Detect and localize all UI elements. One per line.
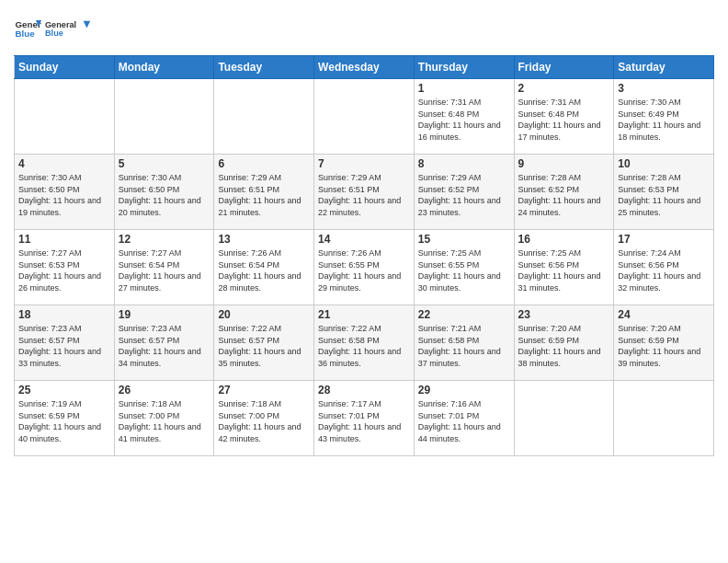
calendar-cell: 16Sunrise: 7:25 AMSunset: 6:56 PMDayligh…: [514, 230, 614, 305]
day-info-line: Daylight: 11 hours and 22 minutes.: [318, 195, 410, 218]
day-info-line: Sunrise: 7:23 AM: [18, 323, 110, 335]
day-info-line: Daylight: 11 hours and 24 minutes.: [518, 195, 610, 218]
day-info-line: Sunset: 6:50 PM: [119, 184, 210, 196]
calendar-cell: 8Sunrise: 7:29 AMSunset: 6:52 PMDaylight…: [414, 155, 514, 230]
day-info-line: Sunrise: 7:28 AM: [518, 172, 610, 184]
day-info-line: Daylight: 11 hours and 34 minutes.: [119, 346, 210, 369]
logo: General Blue General Blue: [14, 9, 91, 48]
day-number: 4: [18, 157, 110, 170]
week-row-4: 18Sunrise: 7:23 AMSunset: 6:57 PMDayligh…: [15, 305, 714, 381]
day-info-line: Sunset: 6:51 PM: [218, 184, 310, 196]
svg-marker-5: [84, 21, 91, 29]
weekday-header-friday: Friday: [514, 56, 614, 79]
day-info-line: Sunrise: 7:29 AM: [218, 172, 310, 184]
calendar-cell: 14Sunrise: 7:26 AMSunset: 6:55 PMDayligh…: [314, 230, 415, 305]
calendar-cell: 7Sunrise: 7:29 AMSunset: 6:51 PMDaylight…: [314, 155, 415, 230]
day-number: 2: [518, 82, 610, 95]
calendar-cell: 2Sunrise: 7:31 AMSunset: 6:48 PMDaylight…: [514, 79, 614, 155]
day-info-line: Sunrise: 7:25 AM: [518, 247, 610, 259]
day-info-line: Sunrise: 7:29 AM: [418, 172, 510, 184]
day-info-line: Sunset: 6:59 PM: [618, 335, 710, 347]
day-info-line: Sunset: 6:58 PM: [318, 335, 410, 347]
day-info-line: Sunrise: 7:23 AM: [119, 323, 210, 335]
day-number: 1: [418, 82, 510, 95]
day-info-line: Sunset: 6:50 PM: [18, 184, 110, 196]
day-info-line: Daylight: 11 hours and 37 minutes.: [418, 346, 510, 369]
day-number: 17: [618, 233, 710, 246]
day-info-line: Daylight: 11 hours and 19 minutes.: [18, 195, 110, 218]
calendar-cell: 17Sunrise: 7:24 AMSunset: 6:56 PMDayligh…: [614, 230, 714, 305]
day-number: 3: [618, 82, 710, 95]
day-info-line: Sunrise: 7:30 AM: [618, 97, 710, 109]
day-info-line: Sunset: 6:53 PM: [618, 184, 710, 196]
calendar-cell: 9Sunrise: 7:28 AMSunset: 6:52 PMDaylight…: [514, 155, 614, 230]
day-info-line: Sunrise: 7:26 AM: [218, 247, 310, 259]
day-info-line: Sunrise: 7:29 AM: [318, 172, 410, 184]
calendar-cell: 5Sunrise: 7:30 AMSunset: 6:50 PMDaylight…: [114, 155, 214, 230]
day-number: 24: [618, 308, 710, 321]
calendar-cell: [214, 79, 314, 155]
svg-text:Blue: Blue: [45, 29, 63, 38]
day-info-line: Daylight: 11 hours and 38 minutes.: [518, 346, 610, 369]
day-info-line: Daylight: 11 hours and 30 minutes.: [418, 270, 510, 293]
day-info-line: Sunset: 6:55 PM: [318, 259, 410, 271]
calendar-cell: 1Sunrise: 7:31 AMSunset: 6:48 PMDaylight…: [414, 79, 514, 155]
calendar-table: SundayMondayTuesdayWednesdayThursdayFrid…: [14, 55, 714, 456]
day-info-line: Daylight: 11 hours and 26 minutes.: [18, 270, 110, 293]
day-number: 28: [318, 384, 410, 396]
day-info-line: Daylight: 11 hours and 20 minutes.: [119, 195, 210, 218]
day-number: 29: [418, 384, 510, 396]
day-info-line: Sunset: 6:53 PM: [18, 259, 110, 271]
day-number: 23: [518, 308, 610, 321]
day-info-line: Sunrise: 7:30 AM: [18, 172, 110, 184]
calendar-cell: 12Sunrise: 7:27 AMSunset: 6:54 PMDayligh…: [114, 230, 214, 305]
weekday-header-monday: Monday: [114, 56, 214, 79]
weekday-header-sunday: Sunday: [15, 56, 115, 79]
calendar-cell: 11Sunrise: 7:27 AMSunset: 6:53 PMDayligh…: [15, 230, 115, 305]
day-info-line: Sunset: 7:00 PM: [119, 410, 210, 422]
logo-icon: General Blue: [14, 15, 41, 42]
day-number: 27: [218, 384, 310, 396]
calendar-cell: 24Sunrise: 7:20 AMSunset: 6:59 PMDayligh…: [614, 305, 714, 381]
day-number: 15: [418, 233, 510, 246]
day-info-line: Daylight: 11 hours and 28 minutes.: [218, 270, 310, 293]
day-info-line: Sunrise: 7:19 AM: [18, 398, 110, 410]
day-number: 7: [318, 157, 410, 170]
week-row-2: 4Sunrise: 7:30 AMSunset: 6:50 PMDaylight…: [15, 155, 714, 230]
day-info-line: Sunset: 6:49 PM: [618, 109, 710, 121]
day-number: 14: [318, 233, 410, 246]
calendar-cell: 10Sunrise: 7:28 AMSunset: 6:53 PMDayligh…: [614, 155, 714, 230]
day-number: 16: [518, 233, 610, 246]
calendar-cell: 4Sunrise: 7:30 AMSunset: 6:50 PMDaylight…: [15, 155, 115, 230]
day-info-line: Sunset: 6:59 PM: [518, 335, 610, 347]
day-number: 22: [418, 308, 510, 321]
day-info-line: Sunset: 6:51 PM: [318, 184, 410, 196]
day-number: 12: [119, 233, 210, 246]
calendar-cell: 20Sunrise: 7:22 AMSunset: 6:57 PMDayligh…: [214, 305, 314, 381]
day-number: 9: [518, 157, 610, 170]
calendar-cell: [314, 79, 415, 155]
day-info-line: Daylight: 11 hours and 39 minutes.: [618, 346, 710, 369]
calendar-cell: 19Sunrise: 7:23 AMSunset: 6:57 PMDayligh…: [114, 305, 214, 381]
day-info-line: Daylight: 11 hours and 16 minutes.: [418, 120, 510, 143]
calendar-cell: 13Sunrise: 7:26 AMSunset: 6:54 PMDayligh…: [214, 230, 314, 305]
day-info-line: Daylight: 11 hours and 44 minutes.: [418, 421, 510, 444]
logo-svg: General Blue: [45, 9, 91, 48]
day-info-line: Sunrise: 7:25 AM: [418, 247, 510, 259]
day-info-line: Daylight: 11 hours and 25 minutes.: [618, 195, 710, 218]
calendar-cell: [514, 381, 614, 456]
weekday-header-row: SundayMondayTuesdayWednesdayThursdayFrid…: [15, 56, 714, 79]
day-info-line: Sunset: 6:59 PM: [18, 410, 110, 422]
day-info-line: Sunset: 6:58 PM: [418, 335, 510, 347]
day-number: 5: [119, 157, 210, 170]
day-number: 18: [18, 308, 110, 321]
week-row-1: 1Sunrise: 7:31 AMSunset: 6:48 PMDaylight…: [15, 79, 714, 155]
calendar-cell: 27Sunrise: 7:18 AMSunset: 7:00 PMDayligh…: [214, 381, 314, 456]
calendar-cell: 22Sunrise: 7:21 AMSunset: 6:58 PMDayligh…: [414, 305, 514, 381]
day-number: 26: [119, 384, 210, 396]
day-info-line: Daylight: 11 hours and 33 minutes.: [18, 346, 110, 369]
day-number: 21: [318, 308, 410, 321]
calendar-cell: 28Sunrise: 7:17 AMSunset: 7:01 PMDayligh…: [314, 381, 415, 456]
day-info-line: Sunset: 6:57 PM: [218, 335, 310, 347]
day-number: 10: [618, 157, 710, 170]
